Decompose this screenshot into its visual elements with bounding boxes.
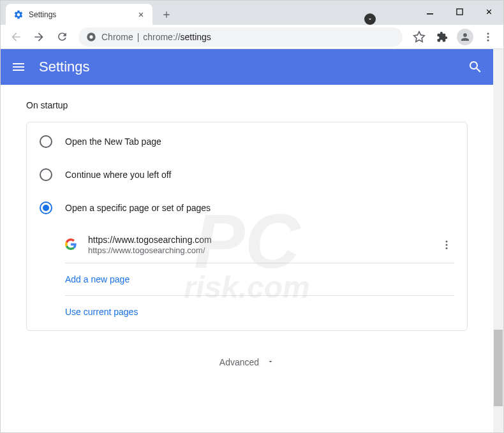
new-tab-button[interactable] xyxy=(158,6,175,24)
radio-continue[interactable]: Continue where you left off xyxy=(27,158,467,191)
advanced-toggle[interactable]: Advanced xyxy=(26,331,468,381)
svg-point-9 xyxy=(446,247,448,249)
scrollbar-thumb[interactable] xyxy=(494,330,503,406)
hamburger-menu-icon[interactable] xyxy=(11,59,26,75)
tab-search-icon[interactable] xyxy=(364,13,376,25)
radio-label: Open the New Tab page xyxy=(65,136,161,147)
page-url-display: https://www.togosearching.com xyxy=(88,235,429,245)
add-page-row[interactable]: Add a new page xyxy=(27,263,467,295)
radio-new-tab[interactable]: Open the New Tab page xyxy=(27,125,467,158)
svg-point-6 xyxy=(487,39,489,41)
omnibox-text: Chrome | chrome://settings xyxy=(101,32,211,42)
svg-point-8 xyxy=(446,244,448,246)
tab-close-icon[interactable] xyxy=(136,10,146,20)
settings-body: On startup Open the New Tab page Continu… xyxy=(1,85,493,396)
advanced-label: Advanced xyxy=(219,357,259,367)
add-page-link: Add a new page xyxy=(65,274,130,284)
radio-label: Continue where you left off xyxy=(65,170,171,180)
svg-point-4 xyxy=(487,33,489,34)
tab-title: Settings xyxy=(29,10,131,19)
search-icon[interactable] xyxy=(468,59,483,75)
profile-button[interactable] xyxy=(455,27,475,47)
bookmark-star-icon[interactable] xyxy=(409,27,429,47)
close-button[interactable] xyxy=(474,1,503,22)
maximize-button[interactable] xyxy=(445,1,474,22)
address-input[interactable]: Chrome | chrome://settings xyxy=(78,27,403,47)
reload-button[interactable] xyxy=(52,27,72,47)
forward-button[interactable] xyxy=(29,27,49,47)
settings-header: Settings xyxy=(1,49,493,85)
address-bar: Chrome | chrome://settings xyxy=(1,25,503,49)
svg-point-5 xyxy=(487,36,489,38)
use-current-link: Use current pages xyxy=(65,307,138,317)
page-info: https://www.togosearching.com https://ww… xyxy=(88,235,429,255)
settings-gear-icon xyxy=(13,10,24,20)
startup-card: Open the New Tab page Continue where you… xyxy=(26,122,468,331)
tab-bar: Settings xyxy=(1,1,503,25)
chrome-icon xyxy=(86,32,96,42)
chrome-menu-icon[interactable] xyxy=(478,27,498,47)
svg-point-3 xyxy=(89,35,93,38)
section-title: On startup xyxy=(26,100,468,110)
google-favicon-icon xyxy=(65,239,78,251)
svg-point-7 xyxy=(446,240,448,242)
use-current-row[interactable]: Use current pages xyxy=(27,296,467,328)
chevron-down-icon xyxy=(267,356,274,368)
radio-icon xyxy=(40,202,52,214)
radio-label: Open a specific page or set of pages xyxy=(65,203,211,213)
scrollbar[interactable] xyxy=(493,49,503,432)
radio-icon xyxy=(40,135,52,148)
browser-tab[interactable]: Settings xyxy=(6,4,152,25)
minimize-button[interactable] xyxy=(415,1,445,22)
page-url-full: https://www.togosearching.com/ xyxy=(88,246,429,255)
back-button[interactable] xyxy=(6,27,26,47)
page-title: Settings xyxy=(39,59,468,75)
radio-specific-page[interactable]: Open a specific page or set of pages xyxy=(27,191,467,224)
page-more-icon[interactable] xyxy=(439,237,454,253)
startup-page-entry: https://www.togosearching.com https://ww… xyxy=(27,227,467,263)
window-controls xyxy=(415,1,503,22)
radio-icon xyxy=(40,168,52,181)
svg-rect-1 xyxy=(456,8,462,14)
extensions-icon[interactable] xyxy=(432,27,452,47)
svg-rect-0 xyxy=(427,13,433,15)
profile-avatar-icon xyxy=(457,29,473,45)
